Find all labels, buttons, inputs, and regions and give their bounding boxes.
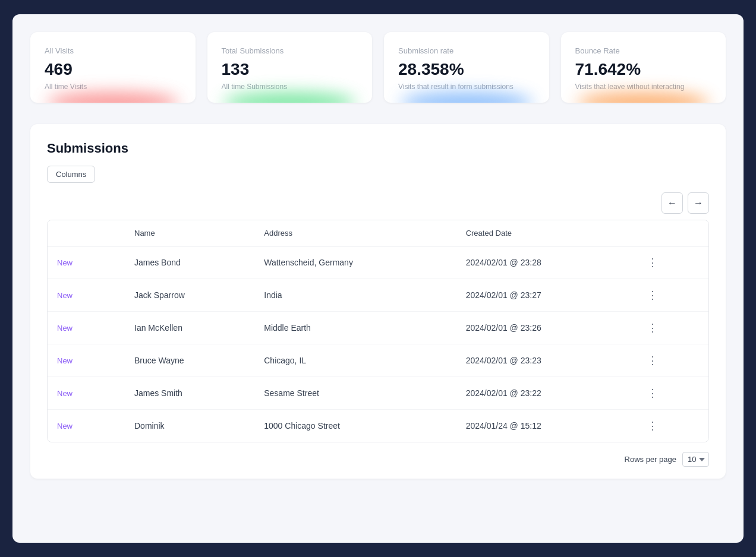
cell-actions: ⋮ — [633, 377, 708, 410]
cell-date: 2024/02/01 @ 23:26 — [456, 312, 633, 344]
cell-actions: ⋮ — [633, 344, 708, 377]
cell-address: 1000 Chicago Street — [254, 410, 456, 442]
cell-status: New — [48, 344, 125, 377]
cell-name: Ian McKellen — [125, 312, 254, 344]
col-name: Name — [125, 220, 254, 246]
cell-actions: ⋮ — [633, 312, 708, 344]
more-actions-button[interactable]: ⋮ — [642, 320, 664, 336]
cell-actions: ⋮ — [633, 279, 708, 312]
stat-sub-2: Visits that result in form submissions — [398, 83, 535, 91]
cell-status: New — [48, 279, 125, 312]
submissions-table-wrapper: Name Address Created Date New James Bond… — [47, 220, 709, 442]
more-actions-button[interactable]: ⋮ — [642, 353, 664, 368]
table-row: New Ian McKellen Middle Earth 2024/02/01… — [48, 312, 708, 344]
cell-name: James Bond — [125, 246, 254, 279]
stat-card-1: Total Submissions 133 All time Submissio… — [207, 32, 373, 103]
stat-value-3: 71.642% — [575, 60, 712, 79]
status-badge[interactable]: New — [57, 258, 73, 267]
stat-label-2: Submission rate — [398, 46, 535, 55]
col-status — [48, 220, 125, 246]
cell-date: 2024/01/24 @ 15:12 — [456, 410, 633, 442]
stat-card-3: Bounce Rate 71.642% Visits that leave wi… — [561, 32, 726, 103]
cell-status: New — [48, 377, 125, 410]
cell-address: Middle Earth — [254, 312, 456, 344]
table-header-row: Name Address Created Date — [48, 220, 708, 246]
status-badge[interactable]: New — [57, 356, 73, 365]
cell-name: James Smith — [125, 377, 254, 410]
section-title: Submissions — [47, 141, 709, 156]
cell-address: Wattenscheid, Germany — [254, 246, 456, 279]
stat-card-0: All Visits 469 All time Visits — [30, 32, 196, 103]
stat-value-1: 133 — [222, 60, 358, 79]
more-actions-button[interactable]: ⋮ — [642, 418, 664, 433]
stat-value-2: 28.358% — [398, 60, 535, 79]
table-row: New James Smith Sesame Street 2024/02/01… — [48, 377, 708, 410]
more-actions-button[interactable]: ⋮ — [642, 385, 664, 401]
cell-date: 2024/02/01 @ 23:27 — [456, 279, 633, 312]
table-row: New Dominik 1000 Chicago Street 2024/01/… — [48, 410, 708, 442]
status-badge[interactable]: New — [57, 422, 73, 431]
table-footer: Rows per page 5102050 — [47, 452, 709, 467]
col-actions — [633, 220, 708, 246]
cell-actions: ⋮ — [633, 410, 708, 442]
stat-label-3: Bounce Rate — [575, 46, 712, 55]
cell-address: India — [254, 279, 456, 312]
col-date: Created Date — [456, 220, 633, 246]
table-body: New James Bond Wattenscheid, Germany 202… — [48, 246, 708, 442]
cell-address: Chicago, IL — [254, 344, 456, 377]
status-badge[interactable]: New — [57, 324, 73, 333]
cell-status: New — [48, 246, 125, 279]
table-head: Name Address Created Date — [48, 220, 708, 246]
toolbar: Columns — [47, 166, 709, 183]
submissions-section: Submissions Columns ← → Name Address Cre… — [30, 124, 726, 479]
stat-sub-3: Visits that leave without interacting — [575, 83, 712, 91]
submissions-table: Name Address Created Date New James Bond… — [48, 220, 708, 442]
columns-button[interactable]: Columns — [47, 166, 95, 183]
cell-actions: ⋮ — [633, 246, 708, 279]
cell-status: New — [48, 410, 125, 442]
stat-card-2: Submission rate 28.358% Visits that resu… — [384, 32, 549, 103]
cell-name: Dominik — [125, 410, 254, 442]
cell-name: Bruce Wayne — [125, 344, 254, 377]
stat-label-1: Total Submissions — [222, 46, 358, 55]
table-row: New James Bond Wattenscheid, Germany 202… — [48, 246, 708, 279]
stat-label-0: All Visits — [45, 46, 181, 55]
stat-value-0: 469 — [45, 60, 181, 79]
status-badge[interactable]: New — [57, 389, 73, 398]
more-actions-button[interactable]: ⋮ — [642, 255, 664, 270]
stat-sub-1: All time Submissions — [222, 83, 358, 91]
more-actions-button[interactable]: ⋮ — [642, 287, 664, 303]
rows-per-page-select[interactable]: 5102050 — [682, 452, 709, 467]
cell-date: 2024/02/01 @ 23:23 — [456, 344, 633, 377]
main-container: All Visits 469 All time Visits Total Sub… — [12, 14, 744, 543]
rows-per-page-label: Rows per page — [625, 455, 676, 464]
cell-date: 2024/02/01 @ 23:28 — [456, 246, 633, 279]
col-address: Address — [254, 220, 456, 246]
table-row: New Bruce Wayne Chicago, IL 2024/02/01 @… — [48, 344, 708, 377]
stats-row: All Visits 469 All time Visits Total Sub… — [30, 32, 726, 103]
stat-sub-0: All time Visits — [45, 83, 181, 91]
cell-address: Sesame Street — [254, 377, 456, 410]
status-badge[interactable]: New — [57, 291, 73, 300]
cell-date: 2024/02/01 @ 23:22 — [456, 377, 633, 410]
prev-button[interactable]: ← — [662, 192, 683, 214]
cell-name: Jack Sparrow — [125, 279, 254, 312]
cell-status: New — [48, 312, 125, 344]
table-row: New Jack Sparrow India 2024/02/01 @ 23:2… — [48, 279, 708, 312]
next-button[interactable]: → — [688, 192, 709, 214]
nav-arrows-row: ← → — [47, 192, 709, 214]
